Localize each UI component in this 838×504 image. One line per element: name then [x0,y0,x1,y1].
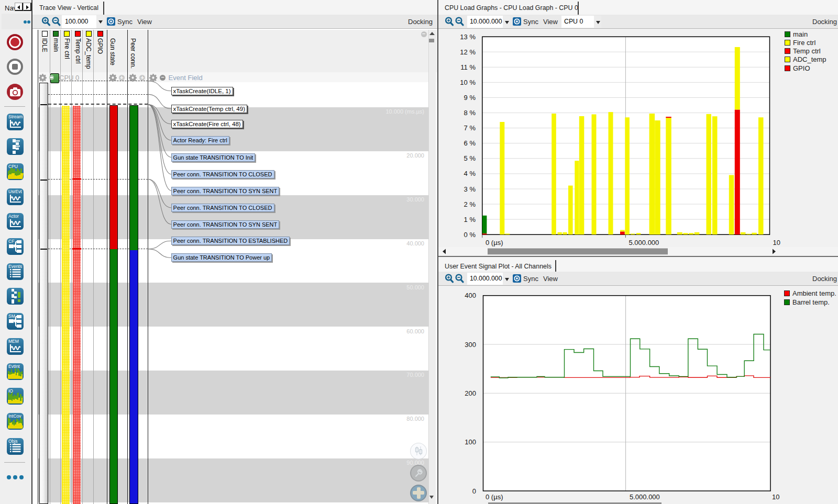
svg-text:Events: Events [8,264,22,269]
svg-text:5.000.000: 5.000.000 [630,493,660,501]
svg-text:12 %: 12 % [460,48,476,56]
svg-text:3 %: 3 % [464,185,476,193]
svg-text:13 %: 13 % [460,33,476,41]
svg-text:11 %: 11 % [460,63,476,71]
svg-text:Stream: Stream [8,114,23,119]
svg-text:0 %: 0 % [464,231,476,239]
svg-text:1 %: 1 % [464,216,476,223]
svg-text:400: 400 [465,292,476,299]
svg-text:6 %: 6 % [464,139,476,147]
svg-text:100: 100 [465,438,476,446]
svg-text:10: 10 [773,239,780,247]
svg-text:0 (µs): 0 (µs) [486,239,503,247]
svg-text:UsrEvt: UsrEvt [8,189,22,194]
svg-text:5.000.000: 5.000.000 [629,239,659,247]
svg-text:0 (µs): 0 (µs) [486,493,503,501]
svg-text:10 %: 10 % [460,79,476,86]
svg-text:MEM: MEM [8,339,19,344]
svg-text:8 %: 8 % [464,109,476,117]
svg-text:IO: IO [8,388,13,394]
svg-text:CPU: CPU [8,164,18,169]
svg-text:7 %: 7 % [464,124,476,132]
svg-text:IntCov: IntCov [8,413,21,419]
svg-text:Objs: Objs [8,439,17,444]
svg-text:EvtInt: EvtInt [8,364,20,369]
svg-text:300: 300 [465,341,476,349]
svg-text:Actor: Actor [8,214,19,219]
svg-text:5 %: 5 % [464,154,476,162]
svg-text:SM: SM [8,313,15,319]
svg-text:0: 0 [472,487,476,495]
svg-text:200: 200 [465,389,476,397]
svg-text:CF: CF [8,239,14,244]
svg-text:10: 10 [772,493,779,501]
svg-text:4 %: 4 % [464,170,476,177]
svg-text:9 %: 9 % [464,94,476,102]
svg-text:2 %: 2 % [464,200,476,208]
